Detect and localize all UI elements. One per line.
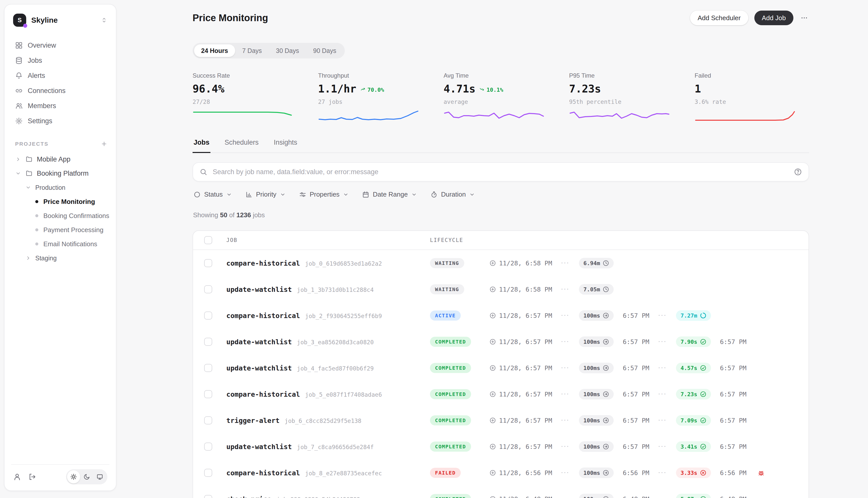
table-row[interactable]: check-pricejob_999_6880c54b84486783 COMP…	[193, 486, 808, 498]
stat-value: 1	[695, 83, 701, 95]
lifecycle-separator: ···	[658, 443, 667, 450]
help-circle-icon[interactable]	[794, 168, 802, 176]
arrow-right-circle-icon	[603, 391, 609, 397]
add-project-button[interactable]	[101, 141, 107, 147]
table-row[interactable]: compare-historicaljob_5_e087f1f7408adae6…	[193, 381, 808, 407]
job-id: job_2_f930645255eff6b9	[305, 313, 382, 319]
theme-system-button[interactable]	[93, 470, 106, 483]
table-row[interactable]: compare-historicaljob_8_e27e88735eacefec…	[193, 460, 808, 486]
table-row[interactable]: update-watchlistjob_3_ea856208d3ca0820 C…	[193, 329, 808, 355]
row-checkbox[interactable]	[204, 416, 212, 424]
time-range-24-hours[interactable]: 24 Hours	[194, 44, 235, 57]
theme-dark-button[interactable]	[80, 470, 93, 483]
table-row[interactable]: compare-historicaljob_2_f930645255eff6b9…	[193, 302, 808, 329]
trend-up-icon	[360, 87, 366, 92]
service-price-monitoring[interactable]: Price Monitoring	[11, 195, 109, 209]
row-checkbox[interactable]	[204, 469, 212, 477]
logout-icon[interactable]	[28, 473, 36, 481]
env-production[interactable]: Production	[11, 181, 109, 195]
result-count: Showing 50 of 1236 jobs	[193, 211, 265, 219]
row-checkbox[interactable]	[204, 338, 212, 346]
lifecycle-cell: WAITING11/28, 6:58 PM···6.94m	[430, 258, 808, 268]
theme-light-button[interactable]	[67, 470, 80, 483]
service-booking-confirmations[interactable]: Booking Confirmations	[11, 209, 109, 223]
duration-pill: 100ms	[579, 415, 614, 426]
env-staging[interactable]: Staging	[11, 251, 109, 265]
sliders-icon	[299, 191, 306, 198]
filter-priority[interactable]: Priority	[246, 191, 286, 198]
workspace-logo: S	[13, 14, 26, 27]
filter-status[interactable]: Status	[194, 191, 232, 198]
workspace-switcher[interactable]: S Skyline	[11, 13, 109, 28]
database-icon	[15, 57, 23, 64]
sidebar-item-label: Jobs	[28, 57, 42, 65]
page-header: Price Monitoring Add Scheduler Add Job	[193, 11, 809, 25]
timestamp: 6:57 PM	[720, 364, 747, 372]
column-header-lifecycle: LIFECYCLE	[430, 237, 463, 243]
table-row[interactable]: compare-historicaljob_0_619d6853ed1a62a2…	[193, 250, 808, 276]
select-all-checkbox[interactable]	[204, 236, 212, 244]
service-payment-processing[interactable]: Payment Processing	[11, 223, 109, 237]
status-badge: ACTIVE	[430, 311, 461, 320]
stat-subtext: average	[444, 99, 569, 105]
job-name: compare-historical	[226, 390, 300, 398]
project-booking-platform[interactable]: Booking Platform	[11, 166, 109, 181]
timestamp: 6:56 PM	[623, 469, 649, 476]
service-dot	[35, 214, 38, 217]
job-id: job_7_c8ca96656d5e284f	[297, 444, 374, 450]
tab-schedulers[interactable]: Schedulers	[224, 135, 260, 153]
row-checkbox[interactable]	[204, 259, 212, 267]
stat-failed: Failed 1 3.6% rate	[695, 72, 820, 122]
job-name: compare-historical	[226, 259, 300, 267]
more-options-button[interactable]	[800, 14, 809, 22]
job-id: job_8_e27e88735eacefec	[305, 470, 382, 476]
tab-jobs[interactable]: Jobs	[193, 135, 210, 153]
add-scheduler-button[interactable]: Add Scheduler	[690, 11, 748, 25]
lifecycle-cell: COMPLETED11/28, 6:57 PM···100ms6:57 PM··…	[430, 363, 808, 373]
filter-date-range[interactable]: Date Range	[362, 191, 417, 198]
sidebar-item-connections[interactable]: Connections	[11, 83, 109, 98]
lifecycle-separator: ···	[658, 339, 667, 345]
time-range-90-days[interactable]: 90 Days	[306, 44, 343, 57]
time-range-30-days[interactable]: 30 Days	[269, 44, 306, 57]
table-row[interactable]: update-watchlistjob_7_c8ca96656d5e284f C…	[193, 433, 808, 460]
row-checkbox[interactable]	[204, 285, 212, 293]
row-checkbox[interactable]	[204, 312, 212, 319]
stat-sparkline	[695, 110, 798, 122]
row-checkbox[interactable]	[204, 390, 212, 398]
status-badge: COMPLETED	[430, 389, 471, 399]
row-checkbox[interactable]	[204, 364, 212, 372]
tab-insights[interactable]: Insights	[273, 135, 298, 153]
time-range-7-days[interactable]: 7 Days	[235, 44, 269, 57]
service-dot	[35, 243, 38, 246]
project-mobile-app[interactable]: Mobile App	[11, 152, 109, 166]
table-row[interactable]: update-watchlistjob_4_fac5ed87f00b6f29 C…	[193, 355, 808, 381]
lifecycle-separator: ···	[561, 496, 570, 498]
grid-icon	[15, 42, 23, 49]
duration-pill: 7.23s	[676, 389, 711, 399]
stat-delta: 70.0%	[360, 87, 384, 93]
check-circle-icon	[700, 339, 707, 345]
lifecycle-separator: ···	[561, 470, 570, 476]
sidebar-item-overview[interactable]: Overview	[11, 38, 109, 53]
filter-duration[interactable]: Duration	[431, 191, 475, 198]
search-input[interactable]	[212, 168, 789, 176]
plus-circle-icon	[489, 443, 496, 450]
sidebar-item-settings[interactable]: Settings	[11, 114, 109, 129]
table-row[interactable]: trigger-alertjob_6_c8cc825d29f5e138 COMP…	[193, 407, 808, 433]
sidebar-item-members[interactable]: Members	[11, 98, 109, 114]
status-badge: COMPLETED	[430, 442, 471, 451]
add-job-button[interactable]: Add Job	[754, 11, 793, 25]
lifecycle-separator: ···	[561, 312, 570, 319]
spinner-icon	[700, 312, 707, 319]
sidebar-item-jobs[interactable]: Jobs	[11, 53, 109, 68]
stat-p95-time: P95 Time 7.23s 95th percentile	[569, 72, 695, 122]
table-row[interactable]: update-watchlistjob_1_3b731d0b11c288c4 W…	[193, 276, 808, 302]
row-checkbox[interactable]	[204, 495, 212, 498]
user-icon[interactable]	[13, 473, 21, 481]
service-email-notifications[interactable]: Email Notifications	[11, 237, 109, 251]
filter-properties[interactable]: Properties	[299, 191, 349, 198]
job-id: job_6_c8cc825d29f5e138	[285, 418, 361, 424]
row-checkbox[interactable]	[204, 443, 212, 450]
sidebar-item-alerts[interactable]: Alerts	[11, 68, 109, 83]
